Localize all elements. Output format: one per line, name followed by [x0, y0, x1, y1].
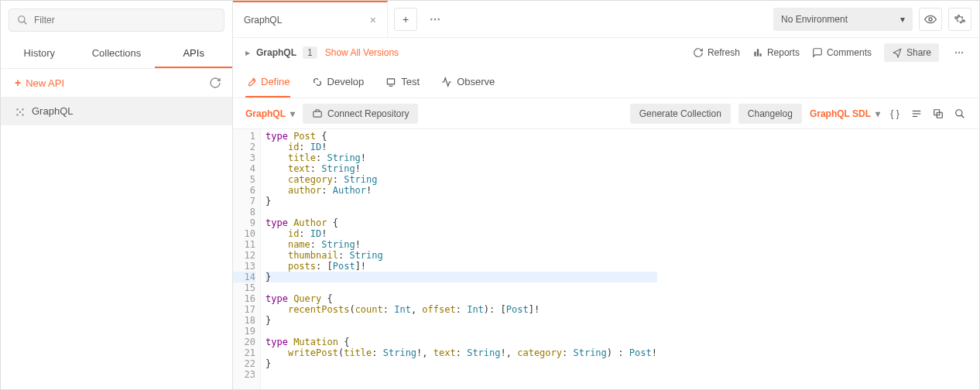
subtab-develop-label: Develop: [327, 76, 365, 87]
svg-rect-13: [314, 111, 322, 117]
copy-icon[interactable]: [931, 108, 945, 119]
plus-icon: +: [403, 13, 409, 26]
tab-history[interactable]: History: [1, 39, 78, 68]
svg-point-7: [929, 18, 932, 21]
sidebar-item-graphql[interactable]: GraphQL: [1, 98, 232, 125]
sdl-label: GraphQL SDL: [810, 108, 871, 119]
chevron-down-icon: ▾: [875, 108, 880, 119]
more-options-button[interactable]: ⋯: [951, 47, 967, 58]
svg-point-2: [16, 108, 18, 110]
breadcrumb: ▸ GraphQL 1 Show All Versions Refresh Re…: [233, 38, 979, 67]
topbar: GraphQL × + ⋯ No Environment ▾: [233, 1, 979, 38]
new-tab-button[interactable]: +: [394, 8, 417, 31]
svg-point-19: [956, 110, 962, 116]
generate-collection-label: Generate Collection: [639, 108, 721, 119]
refresh-label: Refresh: [708, 47, 740, 58]
svg-rect-11: [388, 78, 395, 84]
code-editor[interactable]: 1234567891011121314151617181920212223 ty…: [233, 129, 979, 389]
settings-button[interactable]: [948, 8, 971, 31]
search-input[interactable]: [34, 15, 216, 26]
search-code-icon[interactable]: [953, 108, 967, 119]
svg-rect-10: [759, 53, 761, 56]
svg-point-5: [22, 114, 23, 115]
show-all-versions-link[interactable]: Show All Versions: [325, 47, 399, 58]
main: GraphQL × + ⋯ No Environment ▾ ▸ GraphQL…: [233, 1, 979, 389]
close-icon[interactable]: ×: [370, 14, 376, 26]
tab-options-button[interactable]: ⋯: [423, 8, 447, 31]
reports-label: Reports: [767, 47, 800, 58]
subtabs: Define Develop Test Observe: [233, 67, 979, 98]
changelog-button[interactable]: Changelog: [738, 104, 802, 124]
code-content[interactable]: type Post { id: ID! title: String! text:…: [261, 129, 657, 389]
file-tab-title: GraphQL: [244, 15, 282, 26]
subtab-define-label: Define: [261, 76, 290, 87]
svg-point-0: [19, 16, 25, 22]
sidebar-item-label: GraphQL: [32, 105, 73, 117]
plus-icon: +: [15, 77, 21, 89]
beautify-icon[interactable]: { }: [888, 108, 902, 119]
svg-line-20: [961, 115, 965, 118]
comments-button[interactable]: Comments: [812, 47, 872, 58]
svg-rect-8: [754, 52, 756, 56]
subtab-observe-label: Observe: [457, 76, 495, 87]
svg-point-4: [16, 114, 18, 115]
subtab-test[interactable]: Test: [385, 67, 420, 98]
environment-label: No Environment: [781, 14, 848, 25]
search-icon: [17, 15, 28, 26]
file-tab[interactable]: GraphQL ×: [233, 1, 388, 37]
version-badge: 1: [303, 46, 317, 59]
subtab-test-label: Test: [401, 76, 420, 87]
svg-line-1: [24, 22, 27, 25]
share-label: Share: [906, 47, 931, 58]
subtab-define[interactable]: Define: [245, 67, 290, 98]
refresh-button[interactable]: Refresh: [693, 47, 740, 58]
editor-toolbar: GraphQL ▾ Connect Repository Generate Co…: [233, 98, 979, 129]
environment-select[interactable]: No Environment ▾: [773, 8, 913, 31]
chevron-right-icon: ▸: [245, 47, 250, 58]
svg-point-6: [19, 111, 21, 112]
wrap-icon[interactable]: [910, 108, 923, 119]
env-quicklook-button[interactable]: [919, 8, 942, 31]
line-gutter: 1234567891011121314151617181920212223: [233, 129, 261, 389]
connect-repo-button[interactable]: Connect Repository: [303, 104, 418, 124]
svg-point-3: [22, 108, 23, 110]
search-box[interactable]: [9, 9, 224, 32]
api-name: GraphQL: [256, 47, 296, 58]
chevron-down-icon: ▾: [900, 14, 905, 25]
new-api-button[interactable]: + New API: [15, 77, 64, 89]
sdl-dropdown[interactable]: GraphQL SDL ▾: [810, 108, 880, 119]
changelog-label: Changelog: [748, 108, 793, 119]
schema-type-dropdown[interactable]: GraphQL ▾: [245, 108, 295, 119]
subtab-observe[interactable]: Observe: [441, 67, 495, 98]
tab-apis[interactable]: APIs: [155, 39, 232, 68]
sidebar-refresh-icon[interactable]: [209, 77, 221, 89]
api-icon: [15, 105, 26, 118]
subtab-develop[interactable]: Develop: [312, 67, 365, 98]
share-button[interactable]: Share: [884, 43, 939, 62]
svg-rect-9: [757, 49, 759, 56]
new-api-label: New API: [26, 77, 64, 89]
schema-type-label: GraphQL: [245, 108, 286, 119]
generate-collection-button[interactable]: Generate Collection: [630, 104, 731, 124]
reports-button[interactable]: Reports: [752, 47, 800, 58]
comments-label: Comments: [827, 47, 872, 58]
tab-collections[interactable]: Collections: [78, 39, 156, 68]
connect-repo-label: Connect Repository: [327, 108, 409, 119]
sidebar: History Collections APIs + New API Graph…: [1, 1, 233, 389]
sidebar-tabs: History Collections APIs: [1, 39, 232, 69]
chevron-down-icon: ▾: [290, 108, 295, 119]
